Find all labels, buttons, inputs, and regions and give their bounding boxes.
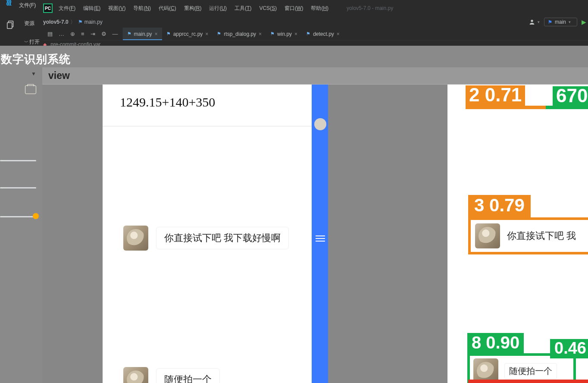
explorer-label: 资源	[24, 20, 40, 27]
message-bubble: 你直接试下吧 我下载好慢啊	[156, 227, 289, 249]
pycharm-breadcrumb: yolov5-7.0 〉 ⚑ main.py	[43, 16, 103, 28]
minimize-icon[interactable]: —	[113, 31, 118, 37]
menu-help[interactable]: 帮助(H)	[311, 5, 328, 12]
run-config-name: main	[555, 19, 566, 25]
digit-recognition-window: 数字识别系统 ▼ view 1249.15+140+350 你直接试下吧 我下载…	[0, 46, 588, 383]
python-file-icon: ⚑	[78, 19, 83, 25]
slider-2[interactable]	[0, 187, 36, 188]
blue-sidebar-strip	[312, 85, 328, 383]
close-icon[interactable]: ×	[205, 31, 208, 37]
svg-point-2	[531, 20, 533, 22]
pycharm-right-controls: ▾ ⚑ main ▾ ▶	[528, 16, 586, 28]
detection-top-a: 2 0.71	[466, 85, 525, 106]
equation-text: 1249.15+140+350	[103, 85, 328, 126]
view-label: view	[42, 70, 70, 82]
detection-top-border-green	[546, 106, 588, 109]
collapse-icon[interactable]: ≡	[81, 31, 84, 37]
tab-detect[interactable]: ⚑ detect.py ×	[302, 28, 344, 40]
det-label: 3 0.79	[468, 195, 531, 217]
tab-win[interactable]: ⚑ win.py ×	[266, 28, 302, 40]
message-bubble: 随便拍一个	[156, 368, 220, 383]
close-icon[interactable]: ×	[155, 31, 158, 37]
more-icon[interactable]: …	[59, 31, 64, 37]
view-header: view	[42, 67, 588, 85]
python-file-icon: ⚑	[270, 31, 275, 37]
svg-rect-1	[7, 22, 12, 28]
avatar-icon	[123, 226, 148, 251]
pycharm-logo-icon: PC	[43, 3, 53, 13]
menu-navigate[interactable]: 导航(N)	[133, 5, 151, 12]
python-file-icon: ⚑	[306, 31, 310, 37]
run-button-icon[interactable]: ▶	[582, 19, 586, 25]
window-title-file: yolov5-7.0 - main.py	[347, 5, 393, 11]
source-image-panel: 1249.15+140+350 你直接试下吧 我下载好慢啊 随便拍一个	[103, 85, 328, 383]
python-file-icon: ⚑	[127, 31, 131, 37]
close-icon[interactable]: ×	[294, 31, 297, 37]
run-config-selector[interactable]: ⚑ main ▾	[544, 18, 577, 26]
detection-mid-text: 你直接试下吧 我	[507, 229, 576, 242]
detection-bottom: 8 0.90 0.46 随便拍一个	[467, 333, 576, 383]
slider-knob[interactable]	[33, 213, 39, 219]
det-label-8: 8 0.90	[467, 333, 524, 353]
python-file-icon: ⚑	[166, 31, 171, 37]
detection-mid-box: 你直接试下吧 我	[468, 217, 588, 254]
tab-toolbar: ▤ … ⊕ ≡ ⇥ ⚙ —	[43, 28, 123, 40]
expand-icon[interactable]: ⇥	[91, 31, 95, 37]
close-icon[interactable]: ×	[259, 31, 262, 37]
files-icon[interactable]	[6, 20, 16, 31]
python-icon: ⚑	[548, 19, 552, 25]
chevron-down-icon[interactable]: ▾	[538, 20, 540, 24]
settings-icon[interactable]: ⚙	[101, 31, 106, 37]
tab-label: main.py	[134, 31, 152, 37]
python-file-icon: ⚑	[217, 31, 221, 37]
menu-tools[interactable]: 工具(T)	[235, 5, 251, 12]
detection-red-border	[468, 380, 588, 383]
tab-label: win.py	[277, 31, 292, 37]
tab-label: rtsp_dialog.py	[224, 31, 256, 37]
tab-rtsp[interactable]: ⚑ rtsp_dialog.py ×	[213, 28, 266, 40]
pycharm-menubar: PC 文件(F) 编辑(E) 视图(V) 导航(N) 代码(C) 重构(R) 运…	[43, 2, 393, 14]
menu-code[interactable]: 代码(C)	[159, 5, 176, 12]
menu-vcs[interactable]: VCS(S)	[259, 5, 277, 11]
vscode-menu-file[interactable]: 文件(F)	[17, 2, 36, 9]
avatar-icon	[475, 223, 500, 248]
detection-bottom-text: 随便拍一个	[504, 363, 557, 379]
app-sidebar: ▼	[0, 67, 42, 383]
user-icon[interactable]	[528, 19, 536, 25]
det-label: 670	[553, 86, 588, 107]
caret-down-icon[interactable]: ▼	[31, 71, 36, 77]
det-label: 2 0.71	[466, 85, 525, 106]
slider-3[interactable]	[0, 216, 36, 217]
chevron-down-icon: ▾	[569, 20, 571, 24]
menu-lines-icon	[316, 235, 325, 242]
app-title: 数字识别系统	[1, 52, 71, 67]
breadcrumb-file[interactable]: main.py	[84, 19, 103, 25]
detection-top-border-orange	[466, 106, 547, 109]
tab-apprcc[interactable]: ⚑ apprcc_rc.py ×	[162, 28, 213, 40]
avatar-icon	[123, 367, 148, 383]
media-icon[interactable]	[25, 85, 36, 94]
tab-label: detect.py	[313, 31, 334, 37]
target-icon[interactable]: ⊕	[70, 31, 75, 37]
detection-mid: 3 0.79 你直接试下吧 我	[468, 195, 588, 254]
chevron-right-icon: 〉	[70, 19, 75, 26]
vscode-titlebar: ≋ 文件(F)	[0, 0, 36, 10]
menu-edit[interactable]: 编辑(E)	[83, 5, 100, 12]
close-icon[interactable]: ×	[337, 31, 340, 37]
panel-icon[interactable]: ▤	[47, 31, 53, 37]
tab-label: apprcc_rc.py	[173, 31, 203, 37]
menu-file[interactable]: 文件(F)	[59, 5, 75, 12]
chat-message-2: 随便拍一个	[103, 367, 328, 383]
slider-1[interactable]	[0, 160, 36, 161]
tab-main[interactable]: ⚑ main.py ×	[123, 28, 162, 40]
view-body: 1249.15+140+350 你直接试下吧 我下载好慢啊 随便拍一个 2 0.…	[42, 85, 588, 383]
chat-message-1: 你直接试下吧 我下载好慢啊	[103, 226, 328, 251]
det-label-46: 0.46	[550, 339, 588, 358]
menu-window[interactable]: 窗口(W)	[285, 5, 303, 12]
menu-view[interactable]: 视图(V)	[108, 5, 125, 12]
open-editors-label[interactable]: ﹀打开	[24, 38, 40, 46]
menu-run[interactable]: 运行(U)	[209, 5, 227, 12]
menu-refactor[interactable]: 重构(R)	[184, 5, 202, 12]
pycharm-editor-tabs: ▤ … ⊕ ≡ ⇥ ⚙ — ⚑ main.py × ⚑ apprcc_rc.py…	[43, 28, 588, 41]
breadcrumb-project[interactable]: yolov5-7.0	[43, 19, 69, 25]
